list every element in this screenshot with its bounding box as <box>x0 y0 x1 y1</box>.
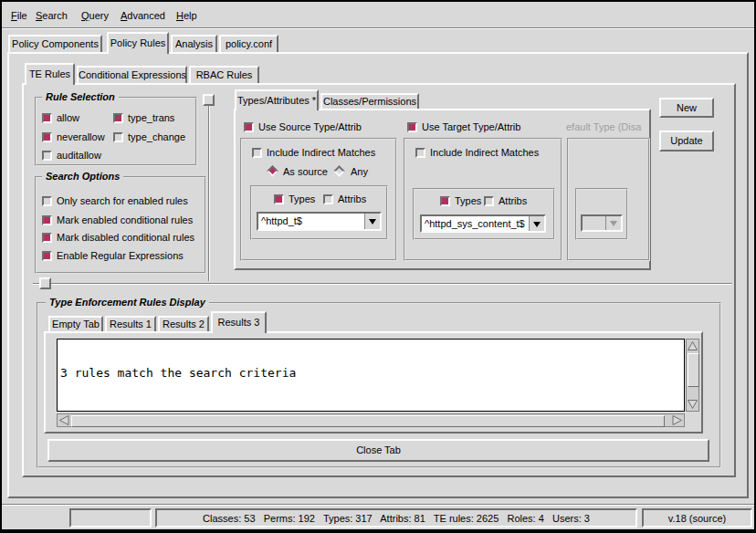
checkbox-use-target[interactable] <box>407 122 417 132</box>
chevron-down-icon <box>369 219 376 228</box>
checkbox-auditallow[interactable] <box>42 151 52 161</box>
new-button[interactable]: New <box>659 98 714 118</box>
checkbox-target-indirect[interactable] <box>415 148 425 158</box>
tab-conditional-expressions[interactable]: Conditional Expressions <box>77 66 187 83</box>
checkbox-type-change[interactable] <box>113 132 123 142</box>
checkbox-use-source-label[interactable]: Use Source Type/Attrib <box>258 121 362 133</box>
menu-query[interactable]: Query <box>81 10 109 22</box>
vertical-sash-handle[interactable] <box>203 94 215 106</box>
apol-window: File Search Query Advanced Help Policy C… <box>0 0 756 533</box>
checkbox-source-types[interactable] <box>274 194 284 204</box>
tab-results-3[interactable]: Results 3 <box>211 311 267 333</box>
checkbox-auditallow-label[interactable]: auditallow <box>57 150 101 162</box>
checkbox-target-attribs[interactable] <box>484 196 494 206</box>
results-summary: 3 rules match the search criteria <box>60 367 684 380</box>
checkbox-target-types[interactable] <box>440 196 450 206</box>
source-type-value[interactable]: ^httpd_t$ <box>258 214 364 229</box>
tab-policy-components[interactable]: Policy Components <box>8 35 102 52</box>
default-type-combobox <box>581 214 623 232</box>
checkbox-only-enabled[interactable] <box>42 196 52 206</box>
checkbox-type-trans-label[interactable]: type_trans <box>128 112 174 124</box>
tab-classes-permissions[interactable]: Classes/Permissions <box>320 93 419 109</box>
source-type-dropdown-button[interactable] <box>364 214 380 229</box>
tab-results-2[interactable]: Results 2 <box>158 316 209 331</box>
statusbar-separator <box>2 504 754 506</box>
checkbox-regex-label[interactable]: Enable Regular Expressions <box>57 250 184 262</box>
checkbox-source-attribs-label[interactable]: Attribs <box>338 193 366 205</box>
default-type-value <box>583 216 605 230</box>
checkbox-source-indirect[interactable] <box>252 148 262 158</box>
results-vertical-scrollbar[interactable] <box>686 339 699 412</box>
blank-line <box>60 405 684 412</box>
search-options-title: Search Options <box>42 171 123 182</box>
checkbox-mark-disabled[interactable] <box>42 233 52 243</box>
checkbox-neverallow[interactable] <box>42 132 52 142</box>
update-button[interactable]: Update <box>659 131 714 152</box>
scroll-left-icon[interactable] <box>58 414 70 426</box>
checkbox-mark-enabled[interactable] <box>42 215 52 225</box>
checkbox-source-attribs[interactable] <box>323 194 333 204</box>
tab-rbac-rules[interactable]: RBAC Rules <box>189 66 259 83</box>
radio-any[interactable] <box>333 165 345 177</box>
rule-selection-title: Rule Selection <box>42 91 119 102</box>
statusbar-stats: Classes: 53 Perms: 192 Types: 317 Attrib… <box>155 508 637 528</box>
target-type-dropdown-button[interactable] <box>529 216 544 231</box>
results-text-area[interactable]: 3 rules match the search criteria (5822)… <box>57 339 685 412</box>
vertical-scroll-thumb[interactable] <box>688 353 699 387</box>
checkbox-neverallow-label[interactable]: neverallow <box>57 131 105 143</box>
checkbox-use-target-label[interactable]: Use Target Type/Attrib <box>422 121 520 133</box>
tab-analysis[interactable]: Analysis <box>171 35 217 52</box>
target-type-value[interactable]: ^httpd_sys_content_t$ <box>422 216 529 231</box>
menu-file[interactable]: File <box>11 10 27 22</box>
default-type-dropdown-button <box>605 216 621 230</box>
checkbox-regex[interactable] <box>42 251 52 261</box>
horizontal-scroll-thumb[interactable] <box>71 415 665 427</box>
checkbox-allow[interactable] <box>42 113 52 123</box>
checkbox-mark-disabled-label[interactable]: Mark disabled conditional rules <box>57 232 194 244</box>
scroll-up-icon[interactable] <box>687 340 698 352</box>
scroll-right-icon[interactable] <box>671 414 683 426</box>
close-tab-button[interactable]: Close Tab <box>47 439 709 462</box>
menu-search[interactable]: Search <box>36 10 68 22</box>
target-type-combobox[interactable]: ^httpd_sys_content_t$ <box>420 214 546 233</box>
vertical-sash[interactable] <box>208 94 210 281</box>
results-horizontal-scrollbar[interactable] <box>57 413 685 427</box>
checkbox-target-indirect-label[interactable]: Include Indirect Matches <box>430 147 539 159</box>
tab-types-attributes[interactable]: Types/Attributes * <box>235 89 319 110</box>
checkbox-target-types-label[interactable]: Types <box>455 195 481 207</box>
checkbox-only-enabled-label[interactable]: Only search for enabled rules <box>57 195 188 207</box>
radio-as-source[interactable] <box>267 165 278 177</box>
checkbox-target-attribs-label[interactable]: Attribs <box>499 195 527 207</box>
tab-results-1[interactable]: Results 1 <box>105 316 156 331</box>
results-display-title: Type Enforcement Rules Display <box>46 297 209 308</box>
tab-policy-rules[interactable]: Policy Rules <box>107 32 169 54</box>
horizontal-sash-handle[interactable] <box>39 277 51 289</box>
chevron-down-icon <box>533 222 541 231</box>
checkbox-type-trans[interactable] <box>113 113 123 123</box>
menu-advanced[interactable]: Advanced <box>121 10 165 22</box>
default-type-label: efault Type (Disa <box>566 121 651 133</box>
menubar-separator <box>2 27 754 29</box>
radio-any-label[interactable]: Any <box>351 166 368 178</box>
statusbar-left-segment <box>69 508 152 528</box>
checkbox-allow-label[interactable]: allow <box>57 112 79 124</box>
checkbox-type-change-label[interactable]: type_change <box>128 131 185 143</box>
radio-as-source-label[interactable]: As source <box>283 166 328 178</box>
tab-empty-tab[interactable]: Empty Tab <box>48 316 103 331</box>
checkbox-source-types-label[interactable]: Types <box>289 193 315 205</box>
statusbar-version: v.18 (source) <box>642 508 752 528</box>
source-type-combobox[interactable]: ^httpd_t$ <box>257 212 382 231</box>
tab-te-rules[interactable]: TE Rules <box>25 63 75 85</box>
checkbox-source-indirect-label[interactable]: Include Indirect Matches <box>267 147 375 159</box>
checkbox-mark-enabled-label[interactable]: Mark enabled conditional rules <box>57 214 193 226</box>
checkbox-use-source[interactable] <box>244 122 254 132</box>
menu-help[interactable]: Help <box>176 10 197 22</box>
horizontal-sash[interactable] <box>33 283 732 285</box>
tab-policy-conf[interactable]: policy.conf <box>219 35 278 52</box>
scroll-down-icon[interactable] <box>687 398 698 410</box>
chevron-down-icon <box>610 221 617 230</box>
